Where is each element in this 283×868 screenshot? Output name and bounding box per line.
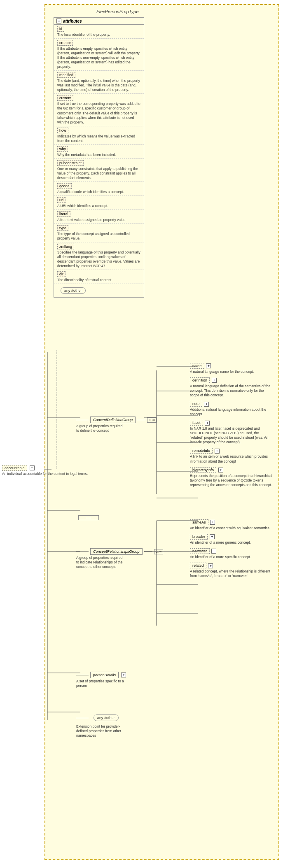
accountable-plus: + [30,465,35,470]
concept-item-note: note + Additional natural language infor… [190,401,272,417]
concept-name-box-note: note [190,401,202,407]
attr-name-why: why [57,146,68,152]
attr-desc-xmllang: Specifies the language of this property … [57,250,140,268]
concept-rel-group-desc: A group of properties required to indica… [76,556,126,569]
attr-name-pubconstraint: pubconstraint [57,160,84,166]
person-details-desc: A set of properties specific to a person [76,679,126,688]
concept-def-multiplicity: 0..∞ [147,417,157,423]
any-other-bottom-container: any #other Extension point for provider-… [76,713,126,738]
concept-plus-definition: + [212,378,217,383]
concept-item-related: related + A related concept, where the r… [190,563,272,578]
concept-name-box-facet: facet [190,420,203,426]
concept-name-box-sameas: sameAs [190,519,208,525]
concept-definition-group-container: ConceptDefinitionGroup 0..∞ A group of p… [76,417,157,433]
concept-item-name: name + A natural language name for the c… [190,363,272,374]
attr-item-why: why Why the metadata has been included. [54,145,144,159]
attr-name-literal: literal [57,211,70,217]
concept-name-box-definition: definition [190,377,210,383]
attr-item-creator: creator If the attribute is empty, speci… [54,39,144,71]
attr-name-uri: uri [57,197,65,203]
concept-item-facet: facet + In NAR 1.8 and later, facet is d… [190,420,272,444]
any-other-bottom-row: any #other [76,713,126,723]
person-details-row: personDetails + [76,672,126,678]
attr-item-xmllang: xmllang Specifies the language of this p… [54,242,144,270]
concept-desc-broader: An identifier of a more generic concept. [190,540,272,545]
any-other-label: any #other [61,287,86,294]
concept-name-box-hierarchyinfo: hierarchyInfo [190,467,216,473]
attr-desc-how: Indicates by which means the value was e… [57,134,140,143]
concept-plus-narrower: + [211,549,216,554]
accountable-desc: An individual accountable for the conten… [2,472,88,476]
attributes-label: attributes [63,19,82,23]
attr-desc-pubconstraint: One or many constraints that apply to pu… [57,167,140,180]
expand-icon[interactable]: − [56,19,61,23]
concept-desc-definition: A natural language definition of the sem… [190,384,272,398]
attr-name-xmllang: xmllang [57,244,74,249]
concept-rel-group-container: ConceptRelationshipsGroup 0..∞ A group o… [76,548,163,569]
concept-def-group-row: ConceptDefinitionGroup 0..∞ [76,417,157,423]
attr-desc-custom: If set to true the corresponding propert… [57,102,140,124]
accountable-container: accountable + An individual accountable … [2,465,88,476]
concept-rel-items: sameAs + An identifier of a concept with… [190,519,272,582]
attr-item-dir: dir The directionality of textual conten… [54,270,144,284]
attr-item-qcode: qcode A qualified code which identifies … [54,182,144,196]
concept-desc-related: A related concept, where the relationshi… [190,569,272,578]
attr-item-id: id The local identifier of the property. [54,25,144,39]
concept-rel-multiplicity: 0..∞ [154,549,164,554]
accountable-name-box: accountable [2,465,27,471]
concept-item-hierarchyinfo: hierarchyInfo + Represents the position … [190,467,272,487]
concept-rel-group-label: ConceptRelationshipsGroup [90,548,143,555]
attr-desc-creator: If the attribute is empty, specifies whi… [57,47,140,69]
cdg-arrow-box: ---- [78,515,99,520]
attr-name-type: type [57,225,68,231]
any-other-attributes: any #other [54,284,144,297]
attr-name-id: id [57,26,64,32]
main-container: FlexPersonPropType − attributes id The l… [0,0,283,868]
person-details-label: personDetails [90,672,119,678]
flex-person-prop-type-label: FlexPersonPropType [95,9,140,14]
concept-item-sameas: sameAs + An identifier of a concept with… [190,519,272,531]
attr-desc-literal: A free-text value assigned as property v… [57,218,140,222]
concept-plus-name: + [206,363,211,368]
concept-item-remoteinfo: remoteInfo + A link to an item or a web … [190,448,272,463]
attributes-box: − attributes id The local identifier of … [54,17,144,298]
concept-desc-hierarchyinfo: Represents the position of a concept in … [190,474,272,487]
concept-rel-group-row: ConceptRelationshipsGroup 0..∞ [76,548,163,555]
concept-def-group-desc: A group of properties required to define… [76,424,126,433]
concept-plus-sameas: + [210,520,215,525]
concept-desc-narrower: An identifier of a more specific concept… [190,555,272,559]
concept-desc-name: A natural language name for the concept. [190,370,272,374]
attr-item-custom: custom If set to true the corresponding … [54,94,144,126]
flex-person-prop-type-box: FlexPersonPropType − attributes id The l… [44,4,279,860]
concept-name-box-name: name [190,363,204,369]
any-other-bottom-desc: Extension point for provider-defined pro… [76,724,126,738]
attr-name-creator: creator [57,40,73,46]
concept-item-narrower: narrower + An identifier of a more speci… [190,548,272,559]
concept-plus-related: + [208,563,213,568]
concept-name-box-related: related [190,563,206,568]
attr-desc-qcode: A qualified code which identifies a conc… [57,190,140,194]
concept-desc-remoteinfo: A link to an item or a web resource whic… [190,454,272,463]
attr-item-how: how Indicates by which means the value w… [54,126,144,145]
concept-def-items: name + A natural language name for the c… [190,363,272,491]
attr-item-modified: modified The date (and, optionally, the … [54,71,144,94]
concept-plus-broader: + [210,534,215,539]
concept-plus-hierarchyinfo: + [218,468,223,472]
concept-definition-group-label: ConceptDefinitionGroup [90,417,136,423]
attr-desc-modified: The date (and, optionally, the time) whe… [57,79,140,92]
attr-name-modified: modified [57,72,75,78]
person-details-container: personDetails + A set of properties spec… [76,672,126,688]
attr-name-how: how [57,128,68,133]
concept-plus-note: + [204,402,209,407]
attr-desc-type: The type of the concept assigned as cont… [57,232,140,241]
any-other-bottom-label: any #other [94,714,119,721]
attributes-title: − attributes [54,18,144,25]
concept-name-box-narrower: narrower [190,548,210,554]
accountable-row: accountable + [2,465,88,471]
person-details-plus: + [121,673,126,677]
concept-plus-facet: + [205,421,210,426]
concept-item-definition: definition + A natural language definiti… [190,377,272,398]
concept-item-broader: broader + An identifier of a more generi… [190,534,272,545]
attr-name-dir: dir [57,271,65,277]
attr-desc-dir: The directionality of textual content. [57,278,140,282]
